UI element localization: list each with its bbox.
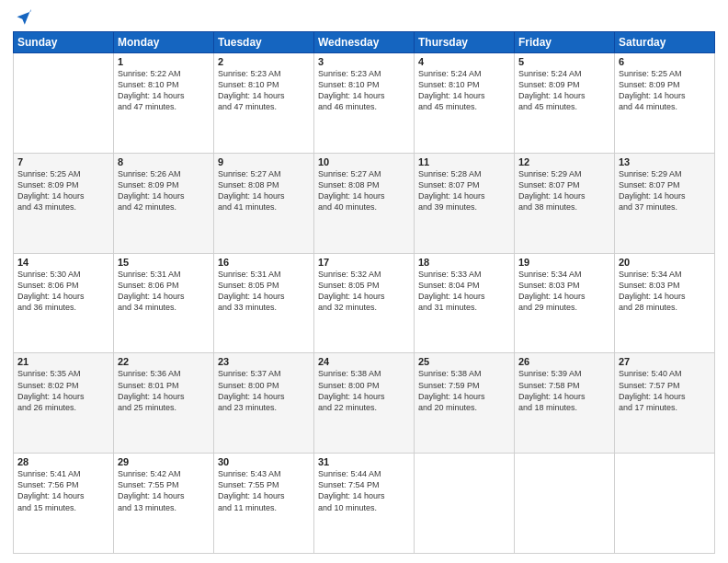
day-number: 18: [418, 257, 510, 268]
cell-content: Sunrise: 5:34 AM Sunset: 8:03 PM Dayligh…: [518, 269, 610, 314]
cell-content: Sunrise: 5:22 AM Sunset: 8:10 PM Dayligh…: [118, 68, 210, 113]
logo: [13, 9, 33, 24]
calendar-cell: 28Sunrise: 5:41 AM Sunset: 7:56 PM Dayli…: [14, 454, 114, 554]
weekday-sunday: Sunday: [14, 32, 114, 53]
weekday-tuesday: Tuesday: [214, 32, 314, 53]
week-row-4: 28Sunrise: 5:41 AM Sunset: 7:56 PM Dayli…: [14, 454, 715, 554]
calendar-cell: 23Sunrise: 5:37 AM Sunset: 8:00 PM Dayli…: [214, 353, 314, 454]
cell-content: Sunrise: 5:36 AM Sunset: 8:01 PM Dayligh…: [118, 368, 210, 413]
day-number: 4: [418, 56, 510, 67]
cell-content: Sunrise: 5:38 AM Sunset: 8:00 PM Dayligh…: [318, 368, 410, 413]
weekday-header-row: SundayMondayTuesdayWednesdayThursdayFrid…: [14, 32, 715, 53]
day-number: 25: [418, 356, 510, 367]
cell-content: Sunrise: 5:42 AM Sunset: 7:55 PM Dayligh…: [118, 468, 210, 513]
calendar-cell: 1Sunrise: 5:22 AM Sunset: 8:10 PM Daylig…: [114, 53, 214, 154]
day-number: 29: [118, 456, 210, 467]
calendar-cell: 17Sunrise: 5:32 AM Sunset: 8:05 PM Dayli…: [314, 253, 415, 353]
calendar-cell: 13Sunrise: 5:29 AM Sunset: 8:07 PM Dayli…: [615, 153, 715, 253]
cell-content: Sunrise: 5:27 AM Sunset: 8:08 PM Dayligh…: [218, 168, 310, 213]
day-number: 15: [118, 257, 210, 268]
calendar-cell: 8Sunrise: 5:26 AM Sunset: 8:09 PM Daylig…: [114, 153, 214, 253]
weekday-saturday: Saturday: [615, 32, 715, 53]
logo-bird-icon: [15, 9, 33, 28]
cell-content: Sunrise: 5:31 AM Sunset: 8:05 PM Dayligh…: [218, 269, 310, 314]
cell-content: Sunrise: 5:28 AM Sunset: 8:07 PM Dayligh…: [418, 168, 510, 213]
calendar-table: SundayMondayTuesdayWednesdayThursdayFrid…: [13, 31, 715, 554]
day-number: 9: [218, 156, 310, 167]
weekday-friday: Friday: [515, 32, 615, 53]
calendar-cell: [615, 454, 715, 554]
cell-content: Sunrise: 5:43 AM Sunset: 7:55 PM Dayligh…: [218, 468, 310, 513]
cell-content: Sunrise: 5:30 AM Sunset: 8:06 PM Dayligh…: [17, 269, 109, 314]
calendar-cell: 16Sunrise: 5:31 AM Sunset: 8:05 PM Dayli…: [214, 253, 314, 353]
calendar-body: 1Sunrise: 5:22 AM Sunset: 8:10 PM Daylig…: [14, 53, 715, 554]
cell-content: Sunrise: 5:25 AM Sunset: 8:09 PM Dayligh…: [17, 168, 109, 213]
week-row-1: 7Sunrise: 5:25 AM Sunset: 8:09 PM Daylig…: [14, 153, 715, 253]
day-number: 14: [17, 257, 109, 268]
calendar-cell: 3Sunrise: 5:23 AM Sunset: 8:10 PM Daylig…: [314, 53, 415, 154]
day-number: 10: [318, 156, 410, 167]
week-row-3: 21Sunrise: 5:35 AM Sunset: 8:02 PM Dayli…: [14, 353, 715, 454]
day-number: 24: [318, 356, 410, 367]
day-number: 2: [218, 56, 310, 67]
cell-content: Sunrise: 5:44 AM Sunset: 7:54 PM Dayligh…: [318, 468, 410, 513]
cell-content: Sunrise: 5:26 AM Sunset: 8:09 PM Dayligh…: [118, 168, 210, 213]
cell-content: Sunrise: 5:23 AM Sunset: 8:10 PM Dayligh…: [318, 68, 410, 113]
calendar-cell: 31Sunrise: 5:44 AM Sunset: 7:54 PM Dayli…: [314, 454, 415, 554]
header: [13, 9, 715, 24]
weekday-thursday: Thursday: [415, 32, 515, 53]
day-number: 22: [118, 356, 210, 367]
calendar-cell: 18Sunrise: 5:33 AM Sunset: 8:04 PM Dayli…: [415, 253, 515, 353]
calendar-cell: [14, 53, 114, 154]
day-number: 16: [218, 257, 310, 268]
calendar-cell: 7Sunrise: 5:25 AM Sunset: 8:09 PM Daylig…: [14, 153, 114, 253]
day-number: 8: [118, 156, 210, 167]
calendar-cell: 11Sunrise: 5:28 AM Sunset: 8:07 PM Dayli…: [415, 153, 515, 253]
calendar-cell: 9Sunrise: 5:27 AM Sunset: 8:08 PM Daylig…: [214, 153, 314, 253]
calendar-cell: 27Sunrise: 5:40 AM Sunset: 7:57 PM Dayli…: [615, 353, 715, 454]
calendar-cell: 24Sunrise: 5:38 AM Sunset: 8:00 PM Dayli…: [314, 353, 415, 454]
day-number: 12: [518, 156, 610, 167]
day-number: 31: [318, 456, 410, 467]
day-number: 21: [17, 356, 109, 367]
cell-content: Sunrise: 5:35 AM Sunset: 8:02 PM Dayligh…: [17, 368, 109, 413]
calendar-cell: 4Sunrise: 5:24 AM Sunset: 8:10 PM Daylig…: [415, 53, 515, 154]
cell-content: Sunrise: 5:24 AM Sunset: 8:09 PM Dayligh…: [518, 68, 610, 113]
day-number: 30: [218, 456, 310, 467]
cell-content: Sunrise: 5:34 AM Sunset: 8:03 PM Dayligh…: [619, 269, 711, 314]
week-row-0: 1Sunrise: 5:22 AM Sunset: 8:10 PM Daylig…: [14, 53, 715, 154]
day-number: 17: [318, 257, 410, 268]
day-number: 19: [518, 257, 610, 268]
cell-content: Sunrise: 5:27 AM Sunset: 8:08 PM Dayligh…: [318, 168, 410, 213]
day-number: 1: [118, 56, 210, 67]
calendar-cell: 2Sunrise: 5:23 AM Sunset: 8:10 PM Daylig…: [214, 53, 314, 154]
day-number: 6: [619, 56, 711, 67]
day-number: 20: [619, 257, 711, 268]
day-number: 23: [218, 356, 310, 367]
cell-content: Sunrise: 5:32 AM Sunset: 8:05 PM Dayligh…: [318, 269, 410, 314]
cell-content: Sunrise: 5:41 AM Sunset: 7:56 PM Dayligh…: [17, 468, 109, 513]
day-number: 28: [17, 456, 109, 467]
day-number: 7: [17, 156, 109, 167]
day-number: 11: [418, 156, 510, 167]
cell-content: Sunrise: 5:29 AM Sunset: 8:07 PM Dayligh…: [518, 168, 610, 213]
calendar-cell: 14Sunrise: 5:30 AM Sunset: 8:06 PM Dayli…: [14, 253, 114, 353]
cell-content: Sunrise: 5:38 AM Sunset: 7:59 PM Dayligh…: [418, 368, 510, 413]
calendar-cell: 12Sunrise: 5:29 AM Sunset: 8:07 PM Dayli…: [515, 153, 615, 253]
day-number: 3: [318, 56, 410, 67]
cell-content: Sunrise: 5:33 AM Sunset: 8:04 PM Dayligh…: [418, 269, 510, 314]
cell-content: Sunrise: 5:23 AM Sunset: 8:10 PM Dayligh…: [218, 68, 310, 113]
main-container: SundayMondayTuesdayWednesdayThursdayFrid…: [0, 0, 728, 563]
day-number: 26: [518, 356, 610, 367]
calendar-cell: 15Sunrise: 5:31 AM Sunset: 8:06 PM Dayli…: [114, 253, 214, 353]
calendar-cell: 25Sunrise: 5:38 AM Sunset: 7:59 PM Dayli…: [415, 353, 515, 454]
day-number: 13: [619, 156, 711, 167]
cell-content: Sunrise: 5:37 AM Sunset: 8:00 PM Dayligh…: [218, 368, 310, 413]
calendar-cell: 21Sunrise: 5:35 AM Sunset: 8:02 PM Dayli…: [14, 353, 114, 454]
calendar-cell: 10Sunrise: 5:27 AM Sunset: 8:08 PM Dayli…: [314, 153, 415, 253]
logo-text: [13, 9, 33, 28]
day-number: 27: [619, 356, 711, 367]
cell-content: Sunrise: 5:31 AM Sunset: 8:06 PM Dayligh…: [118, 269, 210, 314]
calendar-cell: [515, 454, 615, 554]
weekday-monday: Monday: [114, 32, 214, 53]
